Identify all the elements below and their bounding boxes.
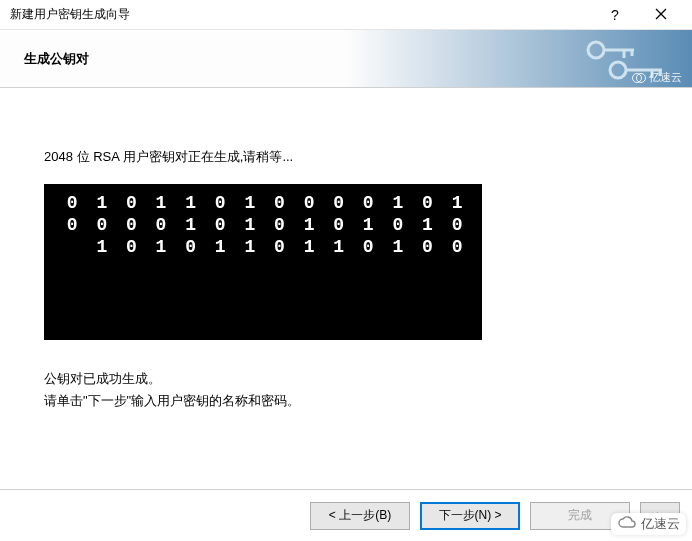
wizard-heading: 生成公钥对: [24, 50, 89, 68]
wizard-button-row: < 上一步(B) 下一步(N) > 完成 >: [0, 489, 692, 541]
close-button[interactable]: [638, 0, 684, 30]
help-icon: ?: [611, 7, 619, 23]
generation-status: 2048 位 RSA 用户密钥对正在生成,请稍等...: [44, 148, 648, 166]
help-button[interactable]: ?: [592, 0, 638, 30]
cloud-icon: [617, 516, 637, 533]
success-message: 公钥对已成功生成。 请单击"下一步"输入用户密钥的名称和密码。: [44, 368, 648, 412]
close-icon: [655, 7, 667, 23]
success-line-1: 公钥对已成功生成。: [44, 368, 648, 390]
header-watermark: 亿速云: [632, 70, 682, 85]
back-button[interactable]: < 上一步(B): [310, 502, 410, 530]
svg-point-6: [610, 62, 626, 78]
success-line-2: 请单击"下一步"输入用户密钥的名称和密码。: [44, 390, 648, 412]
window-title: 新建用户密钥生成向导: [10, 6, 592, 23]
watermark-text: 亿速云: [649, 70, 682, 85]
brand-text: 亿速云: [641, 515, 680, 533]
svg-point-2: [588, 42, 604, 58]
wizard-header: 生成公钥对 亿速云: [0, 30, 692, 88]
titlebar: 新建用户密钥生成向导 ?: [0, 0, 692, 30]
wizard-content: 2048 位 RSA 用户密钥对正在生成,请稍等... 0 1 0 1 1 0 …: [0, 88, 692, 489]
brand-logo: 亿速云: [611, 513, 686, 535]
next-button[interactable]: 下一步(N) >: [420, 502, 520, 530]
binary-animation: 0 1 0 1 1 0 1 0 0 0 0 1 0 1 0 1 0 1 1 0 …: [44, 184, 482, 340]
